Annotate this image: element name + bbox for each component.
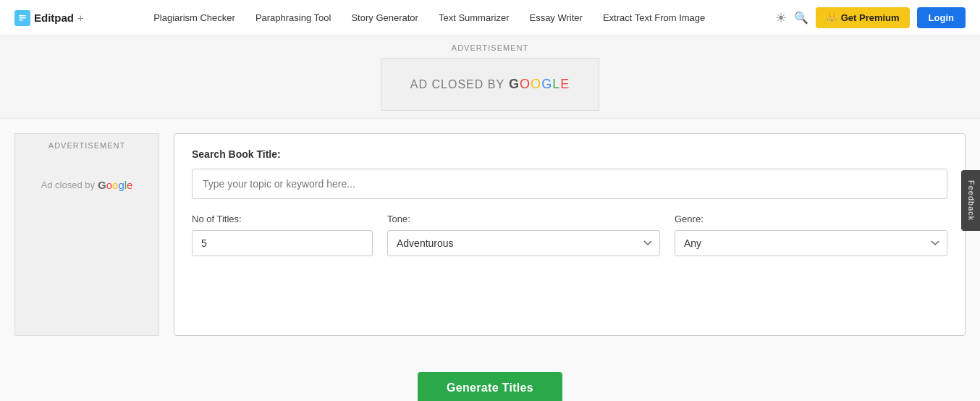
- logo-icon: [14, 10, 30, 26]
- main-nav: Plagiarism Checker Paraphrasing Tool Sto…: [84, 12, 775, 23]
- sidebar-ad-closed: Ad closed by Google: [41, 179, 133, 191]
- titles-field-group: No of Titles:: [192, 214, 373, 256]
- nav-essay-writer[interactable]: Essay Writer: [529, 12, 582, 23]
- nav-plagiarism-checker[interactable]: Plagiarism Checker: [153, 12, 235, 23]
- titles-input[interactable]: [192, 230, 373, 256]
- feedback-tab[interactable]: Feedback: [961, 170, 980, 231]
- genre-label: Genre:: [675, 214, 947, 224]
- generate-titles-button[interactable]: Generate Titles: [418, 372, 562, 401]
- ad-banner-label: ADVERTISEMENT: [7, 43, 973, 52]
- main-content: ADVERTISEMENT Ad closed by Google Search…: [0, 119, 980, 350]
- nav-extract-text[interactable]: Extract Text From Image: [603, 12, 705, 23]
- svg-rect-2: [19, 17, 26, 19]
- theme-toggle-icon[interactable]: ☀: [775, 10, 787, 26]
- premium-label: Get Premium: [841, 12, 900, 23]
- ad-google-text: Google: [509, 77, 570, 92]
- header-actions: ☀ 🔍 👑 Get Premium Login: [775, 7, 966, 28]
- logo-text: Editpad: [34, 12, 74, 24]
- ad-closed-text: Ad closed by: [410, 78, 504, 91]
- login-button[interactable]: Login: [917, 7, 966, 28]
- logo-plus: +: [77, 12, 84, 24]
- sidebar-google-text: Google: [98, 179, 132, 191]
- search-book-label: Search Book Title:: [192, 148, 947, 160]
- ad-banner: ADVERTISEMENT Ad closed by Google: [0, 36, 980, 119]
- nav-text-summarizer[interactable]: Text Summarizer: [439, 12, 510, 23]
- titles-label: No of Titles:: [192, 214, 373, 224]
- tone-field-group: Tone: Adventurous Romantic Mysterious Hu…: [387, 214, 660, 256]
- genre-select[interactable]: Any Fiction Non-Fiction Fantasy Sci-Fi M…: [675, 230, 947, 256]
- svg-rect-3: [19, 20, 23, 21]
- tone-label: Tone:: [387, 214, 660, 224]
- header: Editpad + Plagiarism Checker Paraphrasin…: [0, 0, 980, 36]
- fields-row: No of Titles: Tone: Adventurous Romantic…: [192, 214, 947, 256]
- sidebar-ad: ADVERTISEMENT Ad closed by Google: [14, 133, 159, 336]
- search-icon[interactable]: 🔍: [794, 11, 808, 25]
- sidebar-ad-closed-text: Ad closed by: [41, 180, 95, 190]
- search-book-input[interactable]: [192, 169, 947, 199]
- sidebar-ad-label: ADVERTISEMENT: [48, 141, 125, 150]
- tone-select[interactable]: Adventurous Romantic Mysterious Humorous…: [387, 230, 660, 256]
- genre-field-group: Genre: Any Fiction Non-Fiction Fantasy S…: [675, 214, 947, 256]
- tool-panel: Search Book Title: No of Titles: Tone: A…: [174, 133, 966, 336]
- ad-closed-box: Ad closed by Google: [381, 58, 599, 111]
- nav-paraphrasing-tool[interactable]: Paraphrasing Tool: [255, 12, 331, 23]
- crown-icon: 👑: [826, 12, 837, 23]
- generate-section: Generate Titles: [0, 372, 980, 401]
- nav-story-generator[interactable]: Story Generator: [351, 12, 418, 23]
- logo[interactable]: Editpad +: [14, 10, 84, 26]
- get-premium-button[interactable]: 👑 Get Premium: [816, 7, 910, 28]
- svg-rect-1: [19, 15, 26, 17]
